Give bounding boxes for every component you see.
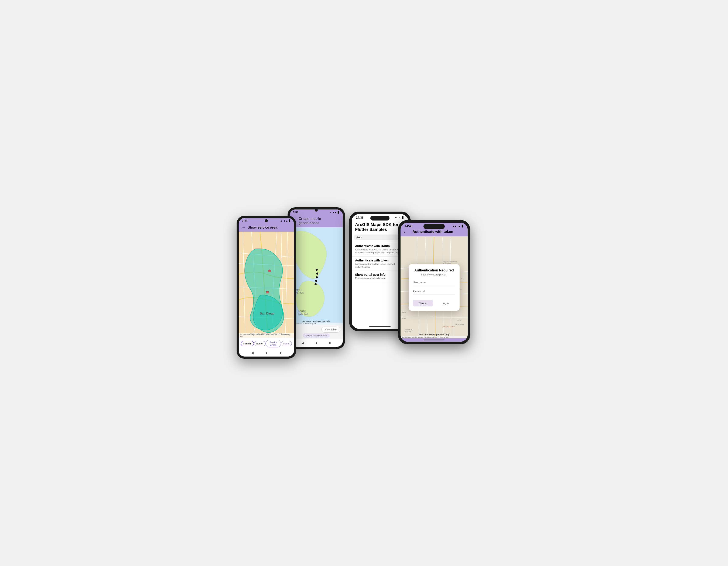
auth-dialog-overlay: Authentication Required https://www.arcg… xyxy=(401,237,468,338)
phone4-dynamic-island xyxy=(423,224,445,229)
phone4-status-icons: ▲▲ ▲ ▋ xyxy=(452,225,463,228)
phone3-status-bar: 14:36 ••• ▲ ▋ xyxy=(352,214,408,220)
phone2-screen: 3:32 ▲ ▲▲ ▋ ← Create mobile geodatabase xyxy=(290,210,343,347)
svg-text:SOUTH: SOUTH xyxy=(298,310,306,312)
phone2-map-svg: NORTH AMERICA SOUTH AMERICA xyxy=(290,227,343,325)
phone4-topbar: ‹ Authenticate with token xyxy=(401,228,468,237)
ios-phone-auth: 14:48 ▲▲ ▲ ▋ ‹ Authenticate with token xyxy=(398,220,470,344)
phone2-chips: Mobile Geodatabase xyxy=(292,333,340,338)
phone1-status-icons: ▲ ▲▲ ▋ xyxy=(280,220,291,222)
phone2-bottom: View table Mobile Geodatabase xyxy=(290,325,343,339)
view-table-button[interactable]: View table xyxy=(321,326,340,332)
phone2-recents-nav[interactable]: ■ xyxy=(329,341,331,345)
phone2-status-icons: ▲ ▲▲ ▋ xyxy=(329,211,339,214)
back-nav-icon[interactable]: ◀ xyxy=(251,351,254,355)
battery-icon3: ▋ xyxy=(402,216,404,219)
phone2-attribution: © NOAA, USGS, N... Powered by Esri xyxy=(290,322,343,325)
phone1-nav: ◀ ● ■ xyxy=(239,349,294,356)
oauth-desc: Authenticate with ArcGIS Online using OA… xyxy=(355,248,405,254)
auth-dialog-buttons: Cancel Login xyxy=(413,300,455,306)
phone4-attribution: Sources: Esri, TomTom, Garmin, Foursquar… xyxy=(401,336,468,338)
phone2-camera xyxy=(315,210,318,212)
phone1-status-bar: 3:34 ▲ ▲▲ ▋ xyxy=(239,218,294,223)
phone2-time: 3:32 xyxy=(293,211,298,214)
portal-desc: Retrieve a user's details via a... xyxy=(355,277,405,280)
svg-text:AMERICA: AMERICA xyxy=(298,313,308,315)
phone1-camera xyxy=(265,219,268,222)
phone2-beta-label: Beta - For Developer Use Only xyxy=(302,320,330,322)
auth-dialog: Authentication Required https://www.arcg… xyxy=(409,264,460,311)
token-desc: Access a web map that is sec... based au… xyxy=(355,263,405,269)
svg-rect-1 xyxy=(266,291,269,293)
home-nav-icon[interactable]: ● xyxy=(265,351,268,355)
phone4-home-area xyxy=(401,338,468,342)
auth-dialog-title: Authentication Required xyxy=(413,269,455,272)
phone2-map: NORTH AMERICA SOUTH AMERICA Beta - For D… xyxy=(290,227,343,325)
wifi-icon4: ▲ xyxy=(458,225,460,227)
username-input[interactable] xyxy=(413,279,455,286)
barrier-button[interactable]: Barrier xyxy=(254,341,266,346)
geodatabase-chip[interactable]: Mobile Geodatabase xyxy=(303,333,330,338)
svg-rect-3 xyxy=(268,271,271,272)
service-areas-button[interactable]: Service Areas xyxy=(266,340,281,347)
phone2-topbar: ← Create mobile geodatabase xyxy=(290,215,343,227)
auth-dialog-url: https://www.arcgis.com xyxy=(413,273,455,276)
signal-icon4: ▲▲ xyxy=(452,225,457,227)
phone2-back-nav[interactable]: ◀ xyxy=(302,341,304,345)
phone4-title: Authenticate with token xyxy=(407,230,459,234)
svg-point-10 xyxy=(315,280,317,282)
svg-point-11 xyxy=(315,283,317,285)
phone4-beta-label: Beta - For Developer Use Only xyxy=(419,333,449,336)
portal-title: Show portal user info xyxy=(355,273,405,276)
phone4-screen: 14:48 ▲▲ ▲ ▋ ‹ Authenticate with token xyxy=(401,223,468,342)
phone1-title: Show service area xyxy=(248,226,277,230)
phone1-screen: 3:34 ▲ ▲▲ ▋ ← Show service area xyxy=(239,218,294,356)
phone1-map-svg: San Diego xyxy=(239,232,294,338)
facility-button[interactable]: Facility xyxy=(241,341,254,346)
signal-icon2: ▲▲ xyxy=(332,211,337,214)
login-button[interactable]: Login xyxy=(435,300,455,306)
phone4-map: N109 N104 A157 Sarcelles Villie... Sants… xyxy=(401,237,468,338)
phone4-time: 14:48 xyxy=(405,224,412,228)
phone1-map: San Diego Beta - For Developer Use Only … xyxy=(239,232,294,338)
phone3-time: 14:36 xyxy=(356,216,364,219)
phone1-time: 3:34 xyxy=(242,219,247,222)
cancel-button[interactable]: Cancel xyxy=(413,300,433,306)
phone3-status-icons: ••• ▲ ▋ xyxy=(395,216,404,219)
token-title: Authenticate with token xyxy=(355,259,405,262)
dots-icon: ••• xyxy=(395,216,398,219)
signal-icon: ▲▲ xyxy=(283,220,288,222)
android-phone-service-area: 3:34 ▲ ▲▲ ▋ ← Show service area xyxy=(237,216,296,359)
svg-text:San Diego: San Diego xyxy=(260,312,274,315)
phone2-home-nav[interactable]: ● xyxy=(315,341,317,345)
password-input[interactable] xyxy=(413,288,455,295)
phone2-nav: ◀ ● ■ xyxy=(290,339,343,347)
reset-button[interactable]: Reset xyxy=(281,341,292,346)
phone4-home-indicator xyxy=(423,339,445,340)
back-button[interactable]: ← xyxy=(242,225,245,230)
phone3-dynamic-island xyxy=(370,216,389,221)
oauth-title: Authenticate with OAuth xyxy=(355,244,405,248)
phone4-back-button[interactable]: ‹ xyxy=(404,230,405,234)
battery-icon: ▋ xyxy=(289,220,291,222)
phone1-attribution: Sources: San Diego Unified Port District… xyxy=(239,333,294,338)
phone1-topbar: ← Show service area xyxy=(239,223,294,232)
phone4-status-bar: 14:48 ▲▲ ▲ ▋ xyxy=(401,223,468,228)
home-indicator xyxy=(369,326,391,327)
android-phone-geodatabase: 3:32 ▲ ▲▲ ▋ ← Create mobile geodatabase xyxy=(288,207,345,349)
phone2-title: Create mobile geodatabase xyxy=(299,217,340,225)
phone2-status-bar: 3:32 ▲ ▲▲ ▋ xyxy=(290,210,343,215)
wifi-icon2: ▲ xyxy=(329,211,331,214)
svg-point-9 xyxy=(316,276,318,279)
battery-icon2: ▋ xyxy=(338,211,339,214)
recents-nav-icon[interactable]: ■ xyxy=(279,351,282,355)
phone1-bottom-bar: Facility Barrier Service Areas Reset xyxy=(239,338,294,349)
svg-point-7 xyxy=(316,269,318,271)
svg-point-8 xyxy=(316,273,318,275)
wifi-icon: ▲ xyxy=(280,220,282,222)
wifi-icon3: ▲ xyxy=(399,216,401,219)
battery-icon4: ▋ xyxy=(462,225,463,228)
